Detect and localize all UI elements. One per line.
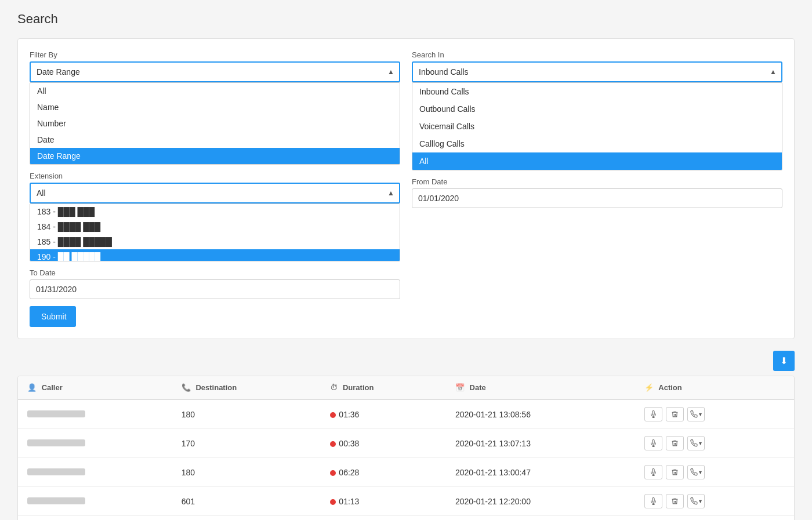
record-button-2[interactable] <box>644 465 662 479</box>
extension-field: Extension All ▲ 183 - ███ ███ 184 - ████… <box>30 172 400 261</box>
call-dropdown-arrow-2: ▾ <box>699 469 702 475</box>
filter-by-select-wrapper: All Name Number Date Date Range ▲ <box>30 61 400 82</box>
duration-icon: ⏱ <box>330 383 338 392</box>
table-row: 170 00:38 2020-01-21 13:07:13 <box>18 429 794 458</box>
caller-value-2 <box>27 468 85 475</box>
cell-date-3: 2020-01-21 12:20:00 <box>446 487 635 516</box>
cell-duration-0: 01:36 <box>321 399 446 429</box>
cell-action-0: ▾ <box>635 399 794 429</box>
cell-date-4: 2020-01-21 12:18:38 <box>446 516 635 521</box>
caller-value-1 <box>27 439 85 446</box>
cell-date-0: 2020-01-21 13:08:56 <box>446 399 635 429</box>
col-duration: ⏱ Duration <box>321 376 446 399</box>
extension-dropdown: 183 - ███ ███ 184 - ████ ███ 185 - ████ … <box>30 203 400 261</box>
cell-duration-3: 01:13 <box>321 487 446 516</box>
table-row: 601 01:06 2020-01-21 12:18:38 <box>18 516 794 521</box>
record-button-1[interactable] <box>644 436 662 450</box>
ext-option-185[interactable]: 185 - ████ █████ <box>30 234 400 249</box>
search-in-all[interactable]: All <box>412 152 782 170</box>
cell-date-2: 2020-01-21 13:00:47 <box>446 458 635 487</box>
from-date-field: From Date <box>412 177 782 208</box>
extension-select[interactable]: All <box>30 183 400 203</box>
cell-duration-1: 00:38 <box>321 429 446 458</box>
search-in-inbound[interactable]: Inbound Calls <box>412 83 782 100</box>
duration-dot-3 <box>330 499 336 505</box>
search-in-outbound[interactable]: Outbound Calls <box>412 100 782 118</box>
submit-wrapper: Submit <box>30 306 400 327</box>
call-button-3[interactable]: ▾ <box>687 494 705 508</box>
delete-button-3[interactable] <box>666 494 684 508</box>
call-dropdown-arrow-3: ▾ <box>699 498 702 504</box>
search-in-calllog[interactable]: Calllog Calls <box>412 135 782 152</box>
ext-option-190[interactable]: 190 - ██ █████ <box>30 249 400 261</box>
submit-button[interactable]: Submit <box>30 306 76 327</box>
from-date-input[interactable] <box>412 188 782 208</box>
action-buttons-1: ▾ <box>644 436 785 450</box>
call-dropdown-arrow-1: ▾ <box>699 440 702 446</box>
search-in-voicemail[interactable]: Voicemail Calls <box>412 118 782 135</box>
search-panel: Filter By All Name Number Date Date Rang… <box>17 38 795 339</box>
call-button-0[interactable]: ▾ <box>687 407 705 421</box>
to-date-input[interactable] <box>30 279 400 299</box>
date-icon: 📅 <box>455 383 465 392</box>
cell-date-1: 2020-01-21 13:07:13 <box>446 429 635 458</box>
page-title: Search <box>17 12 795 27</box>
table-header-row: 👤 Caller 📞 Destination ⏱ Duration 📅 Date… <box>18 376 794 399</box>
caller-value-0 <box>27 410 85 417</box>
ext-option-183[interactable]: 183 - ███ ███ <box>30 204 400 219</box>
download-button[interactable]: ⬇ <box>773 351 795 371</box>
cell-action-3: ▾ <box>635 487 794 516</box>
ext-option-184[interactable]: 184 - ████ ███ <box>30 219 400 234</box>
cell-duration-2: 06:28 <box>321 458 446 487</box>
filter-option-date[interactable]: Date <box>30 132 400 148</box>
filter-by-select[interactable]: All Name Number Date Date Range <box>30 61 400 82</box>
search-column: Search In Inbound Calls Outbound Calls V… <box>412 50 782 327</box>
table-row: 601 01:13 2020-01-21 12:20:00 <box>18 487 794 516</box>
col-caller: 👤 Caller <box>18 376 172 399</box>
call-button-1[interactable]: ▾ <box>687 436 705 450</box>
delete-button-1[interactable] <box>666 436 684 450</box>
cell-action-4: ▾ <box>635 516 794 521</box>
filter-option-name[interactable]: Name <box>30 99 400 115</box>
delete-button-0[interactable] <box>666 407 684 421</box>
cell-action-1: ▾ <box>635 429 794 458</box>
call-button-2[interactable]: ▾ <box>687 465 705 479</box>
action-icon: ⚡ <box>644 383 654 392</box>
filter-option-number[interactable]: Number <box>30 115 400 132</box>
cell-destination-3: 601 <box>172 487 321 516</box>
filter-option-all[interactable]: All <box>30 83 400 99</box>
duration-dot-0 <box>330 412 336 418</box>
filter-by-dropdown: All Name Number Date Date Range <box>30 82 400 165</box>
filter-column: Filter By All Name Number Date Date Rang… <box>30 50 400 327</box>
results-table-container: 👤 Caller 📞 Destination ⏱ Duration 📅 Date… <box>17 376 795 520</box>
cell-caller-4 <box>18 516 172 521</box>
cell-destination-4: 601 <box>172 516 321 521</box>
search-in-select[interactable]: Inbound Calls Outbound Calls Voicemail C… <box>412 61 782 82</box>
filter-option-daterange[interactable]: Date Range <box>30 148 400 164</box>
record-button-3[interactable] <box>644 494 662 508</box>
results-table: 👤 Caller 📞 Destination ⏱ Duration 📅 Date… <box>18 376 794 520</box>
call-dropdown-arrow-0: ▾ <box>699 411 702 417</box>
caller-value-3 <box>27 497 85 504</box>
table-row: 180 01:36 2020-01-21 13:08:56 <box>18 399 794 429</box>
duration-dot-1 <box>330 441 336 447</box>
search-in-field: Search In Inbound Calls Outbound Calls V… <box>412 50 782 170</box>
download-bar: ⬇ <box>17 351 795 371</box>
action-buttons-0: ▾ <box>644 407 785 421</box>
cell-action-2: ▾ <box>635 458 794 487</box>
table-row: 180 06:28 2020-01-21 13:00:47 <box>18 458 794 487</box>
search-in-dropdown: Inbound Calls Outbound Calls Voicemail C… <box>412 82 782 170</box>
to-date-field: To Date <box>30 268 400 299</box>
col-destination: 📞 Destination <box>172 376 321 399</box>
search-in-select-wrapper: Inbound Calls Outbound Calls Voicemail C… <box>412 61 782 82</box>
record-button-0[interactable] <box>644 407 662 421</box>
cell-caller-3 <box>18 487 172 516</box>
extension-select-wrapper: All ▲ <box>30 183 400 203</box>
cell-destination-0: 180 <box>172 399 321 429</box>
cell-caller-2 <box>18 458 172 487</box>
delete-button-2[interactable] <box>666 465 684 479</box>
col-action: ⚡ Action <box>635 376 794 399</box>
action-buttons-3: ▾ <box>644 494 785 508</box>
filter-by-label: Filter By All Name Number Date Date Rang… <box>30 50 400 165</box>
cell-destination-2: 180 <box>172 458 321 487</box>
